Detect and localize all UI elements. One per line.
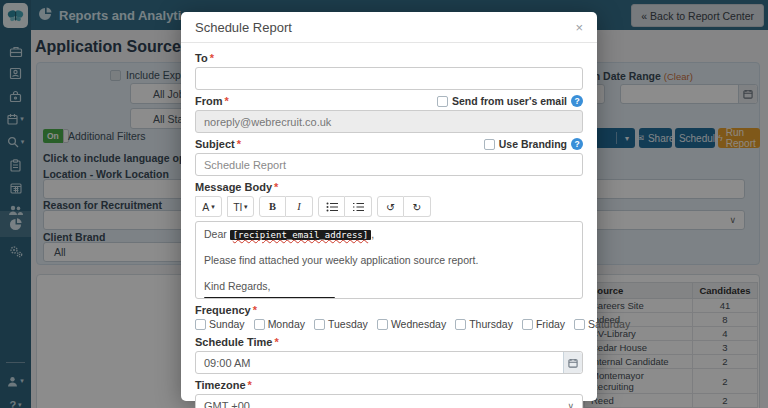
font-size-button[interactable]: Tl▾: [227, 196, 254, 217]
timezone-label: Timezone*: [195, 379, 252, 391]
client-user-merge-tag: [client_user_full_name]: [204, 297, 335, 299]
help-icon[interactable]: ?: [571, 95, 583, 107]
send-from-users-email-option[interactable]: Send from user's email ?: [437, 95, 583, 107]
timezone-select[interactable]: GMT +00 ∨: [195, 394, 583, 408]
redo-icon[interactable]: ↻: [404, 196, 431, 217]
checkbox-icon[interactable]: [455, 319, 466, 330]
signoff-line: Kind Regards,: [204, 279, 574, 295]
subject-input[interactable]: Schedule Report: [195, 153, 583, 176]
chevron-down-icon: ∨: [567, 401, 574, 408]
day-label: Thursday: [469, 318, 513, 330]
checkbox-icon[interactable]: [254, 319, 265, 330]
schedule-time-input[interactable]: 09:00 AM: [195, 351, 583, 374]
use-branding-checkbox[interactable]: [484, 139, 495, 150]
to-input[interactable]: [195, 67, 583, 90]
frequency-days: SundayMondayTuesdayWednesdayThursdayFrid…: [195, 318, 583, 330]
frequency-day-checkbox[interactable]: Thursday: [455, 318, 513, 330]
from-input: noreply@webrecruit.co.uk: [195, 110, 583, 133]
bold-button[interactable]: B: [259, 196, 286, 217]
message-body-label: Message Body*: [195, 181, 278, 193]
day-label: Monday: [268, 318, 305, 330]
frequency-day-checkbox[interactable]: Monday: [254, 318, 305, 330]
checkbox-icon[interactable]: [377, 319, 388, 330]
checkbox-icon[interactable]: [574, 319, 585, 330]
day-label: Saturday: [588, 318, 630, 330]
frequency-day-checkbox[interactable]: Friday: [522, 318, 565, 330]
send-from-users-email-checkbox[interactable]: [437, 96, 448, 107]
italic-button[interactable]: I: [286, 196, 313, 217]
subject-label: Subject*: [195, 138, 241, 150]
recipient-merge-tag: [recipient_email_address]: [230, 230, 371, 240]
caret-down-icon: ▾: [211, 203, 215, 211]
day-label: Wednesday: [391, 318, 446, 330]
message-body-editor[interactable]: Dear [recipient_email_address], Please f…: [195, 221, 583, 299]
undo-icon[interactable]: ↺: [377, 196, 404, 217]
frequency-day-checkbox[interactable]: Sunday: [195, 318, 245, 330]
day-label: Tuesday: [328, 318, 368, 330]
schedule-report-modal: Schedule Report × To* From* Send from us…: [181, 12, 597, 401]
unordered-list-button[interactable]: [318, 196, 345, 217]
checkbox-icon[interactable]: [314, 319, 325, 330]
frequency-label: Frequency*: [195, 304, 257, 316]
ordered-list-button[interactable]: [345, 196, 372, 217]
day-label: Friday: [536, 318, 565, 330]
checkbox-icon[interactable]: [195, 319, 206, 330]
app-window: Reports and Analytics « Back to Report C…: [0, 0, 768, 408]
to-label: To*: [195, 52, 214, 64]
rich-text-toolbar: A▾ Tl▾ B I ↺: [195, 196, 583, 217]
close-icon[interactable]: ×: [575, 21, 583, 34]
frequency-day-checkbox[interactable]: Saturday: [574, 318, 630, 330]
caret-down-icon: ▾: [244, 203, 248, 211]
font-color-button[interactable]: A▾: [195, 196, 222, 217]
body-line: Please find attached your weekly applica…: [204, 253, 574, 269]
greeting-line: Dear [recipient_email_address],: [204, 227, 574, 243]
checkbox-icon[interactable]: [522, 319, 533, 330]
schedule-time-label: Schedule Time*: [195, 336, 279, 348]
from-label: From*: [195, 95, 229, 107]
modal-title: Schedule Report: [195, 20, 292, 35]
day-label: Sunday: [209, 318, 245, 330]
frequency-day-checkbox[interactable]: Tuesday: [314, 318, 368, 330]
help-icon[interactable]: ?: [571, 138, 583, 150]
frequency-day-checkbox[interactable]: Wednesday: [377, 318, 446, 330]
use-branding-option[interactable]: Use Branding ?: [484, 138, 583, 150]
calendar-addon-icon[interactable]: [563, 352, 582, 373]
